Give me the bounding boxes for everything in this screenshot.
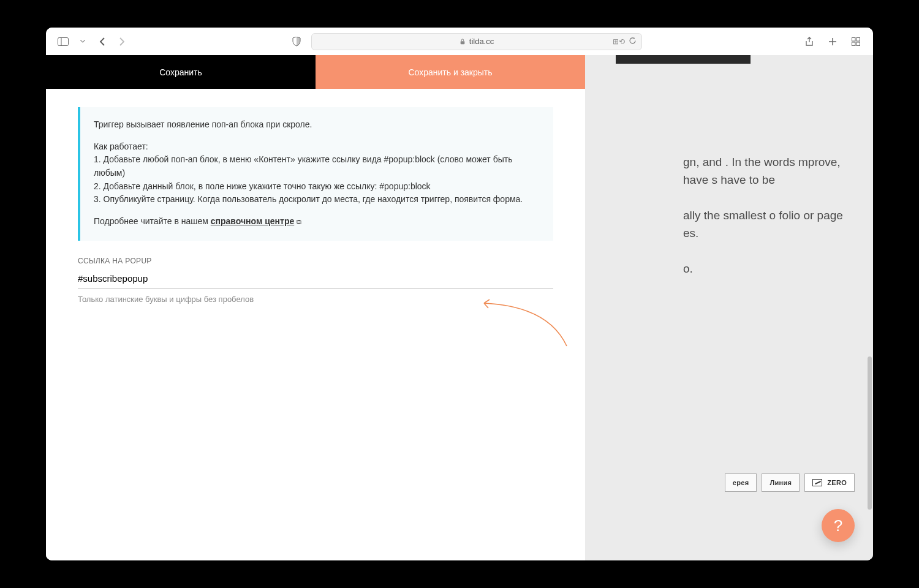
info-box: Триггер вызывает появление поп-ап блока … xyxy=(78,107,553,241)
preview-text: gn, and . In the words mprove, have s ha… xyxy=(683,153,855,295)
toolbar-center: tilda.cc ⊞⟲ xyxy=(137,33,795,50)
popup-link-label: ССЫЛКА НА POPUP xyxy=(78,257,553,265)
share-icon[interactable] xyxy=(802,34,817,49)
block-button-row: ерея Линия ZERO xyxy=(725,473,855,492)
sidebar-toggle-icon[interactable] xyxy=(56,34,70,49)
save-close-button[interactable]: Сохранить и закрыть xyxy=(316,55,585,89)
browser-window: tilda.cc ⊞⟲ Сохран xyxy=(46,28,873,560)
svg-rect-2 xyxy=(460,41,464,44)
external-link-icon: ⧉ xyxy=(297,218,301,225)
browser-toolbar: tilda.cc ⊞⟲ xyxy=(46,28,873,55)
svg-rect-3 xyxy=(852,37,856,41)
settings-panel: Сохранить Сохранить и закрыть Триггер вы… xyxy=(46,55,585,560)
preview-p3: o. xyxy=(683,260,855,277)
svg-rect-4 xyxy=(857,37,860,41)
zero-icon xyxy=(812,479,822,486)
zero-label: ZERO xyxy=(827,479,847,486)
popup-link-hint: Только латинские буквы и цифры без пробе… xyxy=(78,295,553,304)
translate-icon[interactable]: ⊞⟲ xyxy=(613,37,625,46)
popup-link-input[interactable] xyxy=(78,269,553,288)
help-fab[interactable]: ? xyxy=(822,509,855,542)
info-readmore: Подробнее читайте в нашем справочном цен… xyxy=(94,215,540,228)
help-center-link[interactable]: справочном центре xyxy=(211,216,294,226)
plus-icon[interactable] xyxy=(825,34,840,49)
back-icon[interactable] xyxy=(95,34,110,49)
info-intro: Триггер вызывает появление поп-ап блока … xyxy=(94,118,540,132)
preview-p2: ally the smallest o folio or page es. xyxy=(683,206,855,243)
preview-p1: gn, and . In the words mprove, have s ha… xyxy=(683,153,855,189)
toolbar-left xyxy=(56,34,129,49)
url-bar[interactable]: tilda.cc ⊞⟲ xyxy=(311,33,642,50)
lock-icon xyxy=(460,39,466,45)
info-readmore-text: Подробнее читайте в нашем xyxy=(94,216,211,226)
panel-body: Триггер вызывает появление поп-ап блока … xyxy=(46,89,585,304)
save-button[interactable]: Сохранить xyxy=(46,55,316,89)
content-area: Сохранить Сохранить и закрыть Триггер вы… xyxy=(46,55,873,560)
tabs-icon[interactable] xyxy=(849,34,863,49)
panel-header: Сохранить Сохранить и закрыть xyxy=(46,55,585,89)
info-step1: 1. Добавьте любой поп-ап блок, в меню «К… xyxy=(94,154,512,178)
info-step2: 2. Добавьте данный блок, в поле ниже ука… xyxy=(94,181,431,191)
svg-rect-6 xyxy=(857,42,860,46)
forward-icon[interactable] xyxy=(115,34,129,49)
svg-rect-0 xyxy=(58,37,69,45)
svg-rect-5 xyxy=(852,42,856,46)
info-step3: 3. Опубликуйте страницу. Когда пользоват… xyxy=(94,194,523,204)
url-text: tilda.cc xyxy=(469,37,494,46)
toolbar-right xyxy=(802,34,863,49)
info-steps: Как работает: 1. Добавьте любой поп-ап б… xyxy=(94,140,540,206)
line-block-button[interactable]: Линия xyxy=(762,473,800,492)
zero-block-button[interactable]: ZERO xyxy=(804,473,855,492)
chevron-down-icon[interactable] xyxy=(75,34,90,49)
gallery-block-button[interactable]: ерея xyxy=(725,473,757,492)
reload-icon[interactable] xyxy=(629,37,637,47)
preview-image-strip xyxy=(616,55,751,64)
url-trailing: ⊞⟲ xyxy=(613,37,637,47)
shield-icon[interactable] xyxy=(289,34,304,49)
scrollbar-thumb[interactable] xyxy=(868,356,872,510)
info-how-label: Как работает: xyxy=(94,141,148,151)
